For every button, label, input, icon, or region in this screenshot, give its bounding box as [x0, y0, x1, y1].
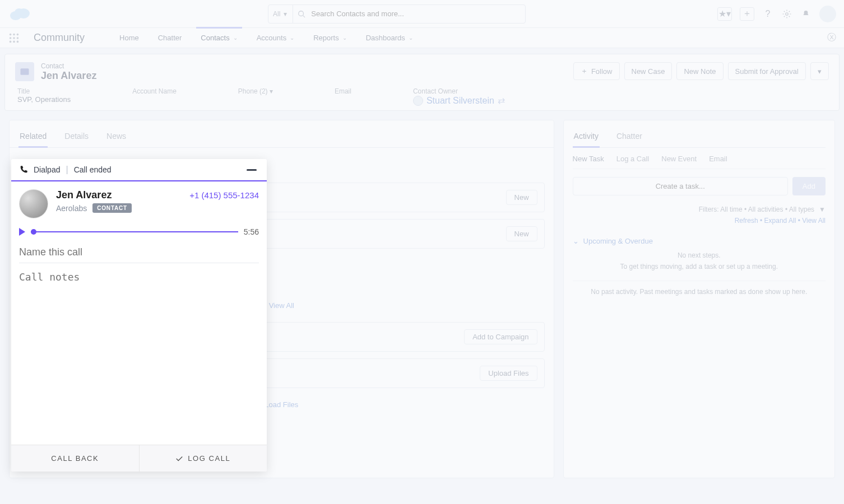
- refresh-link[interactable]: Refresh: [735, 217, 758, 225]
- subtab-new-event[interactable]: New Event: [661, 151, 697, 169]
- related-new-button[interactable]: New: [506, 190, 537, 205]
- change-owner-icon[interactable]: ⇄: [498, 95, 505, 106]
- upload-files-button[interactable]: Upload Files: [480, 366, 537, 381]
- nav-accounts[interactable]: Accounts⌄: [252, 28, 299, 48]
- playback-track[interactable]: 5:56: [11, 227, 267, 236]
- chevron-down-icon[interactable]: ⌄: [342, 35, 347, 41]
- svg-point-13: [13, 40, 15, 43]
- tab-news[interactable]: News: [105, 128, 127, 147]
- svg-point-12: [10, 40, 12, 43]
- search-icon: [298, 10, 305, 18]
- svg-point-7: [13, 33, 15, 35]
- svg-point-8: [17, 33, 19, 35]
- log-call-button[interactable]: LOG CALL: [139, 445, 267, 472]
- chevron-down-icon[interactable]: ⌄: [290, 35, 294, 41]
- owner-chip[interactable]: Stuart Silverstein⇄: [413, 95, 505, 106]
- filter-icon[interactable]: ▼: [819, 206, 826, 213]
- notifications-bell-icon[interactable]: [800, 8, 811, 20]
- view-all-link[interactable]: View All: [802, 217, 826, 225]
- field-account-label: Account Name: [132, 87, 177, 95]
- create-task-input[interactable]: [573, 177, 788, 195]
- field-email-label: Email: [335, 87, 351, 95]
- close-icon[interactable]: ⓧ: [827, 32, 836, 44]
- global-search[interactable]: All ▾: [268, 4, 526, 24]
- subtab-email[interactable]: Email: [709, 151, 727, 169]
- nav-reports[interactable]: Reports⌄: [309, 28, 351, 48]
- follow-button[interactable]: ＋Follow: [573, 62, 620, 80]
- more-actions-button[interactable]: ▾: [810, 62, 829, 80]
- contact-icon: [15, 62, 34, 81]
- svg-point-6: [10, 33, 12, 35]
- add-task-button[interactable]: Add: [792, 177, 826, 195]
- dialpad-title: Dialpad: [34, 165, 60, 174]
- record-header: Contact Jen Alvarez ＋Follow New Case New…: [4, 54, 840, 111]
- svg-point-11: [17, 37, 19, 39]
- search-scope-label: All: [273, 10, 280, 18]
- field-phone-label[interactable]: Phone (2) ▾: [238, 87, 273, 95]
- field-owner-label: Contact Owner: [413, 87, 505, 95]
- user-avatar[interactable]: [819, 6, 836, 22]
- global-header: All ▾ ★▾ ＋ ?: [0, 0, 844, 28]
- contact-avatar: [19, 189, 48, 218]
- dialpad-header: Dialpad | Call ended: [11, 159, 267, 181]
- svg-point-9: [10, 37, 12, 39]
- nav-chatter[interactable]: Chatter: [154, 28, 187, 48]
- salesforce-logo: [8, 6, 33, 22]
- tab-details[interactable]: Details: [63, 128, 90, 147]
- phone-icon: [19, 165, 28, 174]
- submit-approval-button[interactable]: Submit for Approval: [728, 62, 806, 80]
- contact-phone[interactable]: +1 (415) 555-1234: [189, 190, 259, 200]
- expand-all-link[interactable]: Expand All: [764, 217, 796, 225]
- chevron-down-icon[interactable]: ⌄: [409, 35, 413, 41]
- dialpad-panel: Dialpad | Call ended Jen Alvarez +1 (415…: [11, 159, 267, 472]
- upcoming-section[interactable]: ⌄ Upcoming & Overdue: [573, 232, 826, 250]
- contact-name: Jen Alvarez: [56, 189, 112, 201]
- call-back-button[interactable]: CALL BACK: [11, 445, 139, 472]
- svg-rect-15: [21, 68, 29, 75]
- favorites-button[interactable]: ★▾: [717, 7, 732, 21]
- add-button[interactable]: ＋: [740, 7, 754, 21]
- call-notes-input[interactable]: [19, 271, 259, 445]
- record-name: Jen Alvarez: [41, 70, 96, 82]
- nav-dashboards[interactable]: Dashboards⌄: [361, 28, 418, 48]
- no-steps-hint: To get things moving, add a task or set …: [573, 261, 826, 272]
- new-case-button[interactable]: New Case: [624, 62, 673, 80]
- field-title-label: Title: [17, 87, 71, 95]
- app-name: Community: [34, 32, 85, 44]
- svg-point-3: [299, 11, 304, 16]
- nav-contacts[interactable]: Contacts⌄: [196, 27, 242, 47]
- right-column: Activity Chatter New Task Log a Call New…: [563, 120, 835, 478]
- call-duration: 5:56: [244, 227, 259, 236]
- search-input[interactable]: [305, 10, 521, 18]
- track-slider[interactable]: [31, 231, 238, 232]
- subtab-new-task[interactable]: New Task: [573, 151, 604, 169]
- svg-line-4: [303, 15, 305, 17]
- svg-point-2: [15, 8, 24, 16]
- setup-gear-icon[interactable]: [781, 8, 792, 20]
- app-launcher-icon[interactable]: [8, 32, 20, 44]
- chevron-down-icon: ▾: [270, 87, 273, 95]
- svg-point-14: [17, 40, 19, 43]
- minimize-button[interactable]: [247, 169, 257, 171]
- tab-chatter[interactable]: Chatter: [615, 128, 643, 147]
- record-type: Contact: [41, 62, 96, 70]
- new-note-button[interactable]: New Note: [676, 62, 723, 80]
- tab-activity[interactable]: Activity: [573, 128, 600, 148]
- owner-avatar: [413, 96, 423, 106]
- nav-home[interactable]: Home: [115, 28, 143, 48]
- past-activity-text: No past activity. Past meetings and task…: [573, 281, 826, 302]
- call-status: Call ended: [74, 165, 112, 174]
- help-icon[interactable]: ?: [762, 8, 773, 20]
- chevron-down-icon[interactable]: ⌄: [233, 35, 238, 41]
- call-name-input[interactable]: [19, 246, 259, 263]
- no-steps-text: No next steps.: [573, 250, 826, 261]
- related-new-button[interactable]: New: [506, 226, 537, 241]
- subtab-log-call[interactable]: Log a Call: [616, 151, 650, 169]
- chevron-down-icon: ▾: [284, 10, 287, 18]
- chevron-down-icon[interactable]: ⌄: [573, 237, 579, 245]
- play-icon[interactable]: [19, 228, 25, 236]
- tab-related[interactable]: Related: [18, 128, 48, 148]
- app-nav: Community Home Chatter Contacts⌄ Account…: [0, 28, 844, 48]
- add-to-campaign-button[interactable]: Add to Campaign: [464, 329, 537, 344]
- contact-company: Aerolabs: [56, 204, 87, 213]
